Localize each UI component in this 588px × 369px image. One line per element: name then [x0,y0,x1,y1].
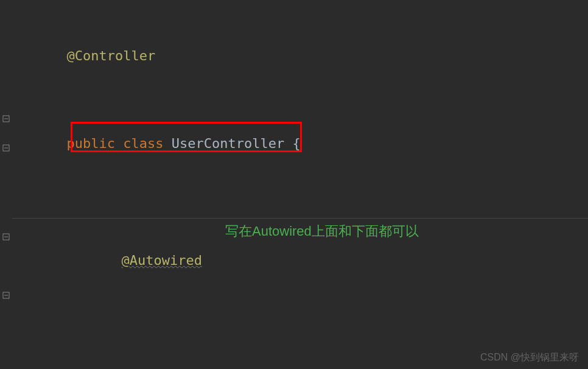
inline-comment: 写在Autowired上面和下面都可以 [225,217,419,246]
keyword: public [66,136,114,151]
code-line: @Autowired 写在Autowired上面和下面都可以 [12,217,588,334]
fold-icon[interactable] [2,114,10,123]
fold-icon[interactable] [2,144,10,152]
editor-gutter [0,0,12,369]
class-name: UserController [172,136,284,151]
fold-icon[interactable] [2,291,10,300]
code-editor: @Controller public class UserController … [0,0,588,369]
watermark: CSDN @快到锅里来呀 [480,351,579,364]
code-line: @Controller [12,12,588,100]
method-separator [12,218,588,219]
keyword: class [123,136,163,151]
code-line: public class UserController { [12,100,588,188]
annotation: @Controller [66,48,155,63]
code-content[interactable]: @Controller public class UserController … [12,0,588,369]
code-line-empty [12,188,588,217]
fold-icon[interactable] [2,233,10,241]
annotation: @Autowired [121,253,201,268]
brace: { [284,136,301,151]
